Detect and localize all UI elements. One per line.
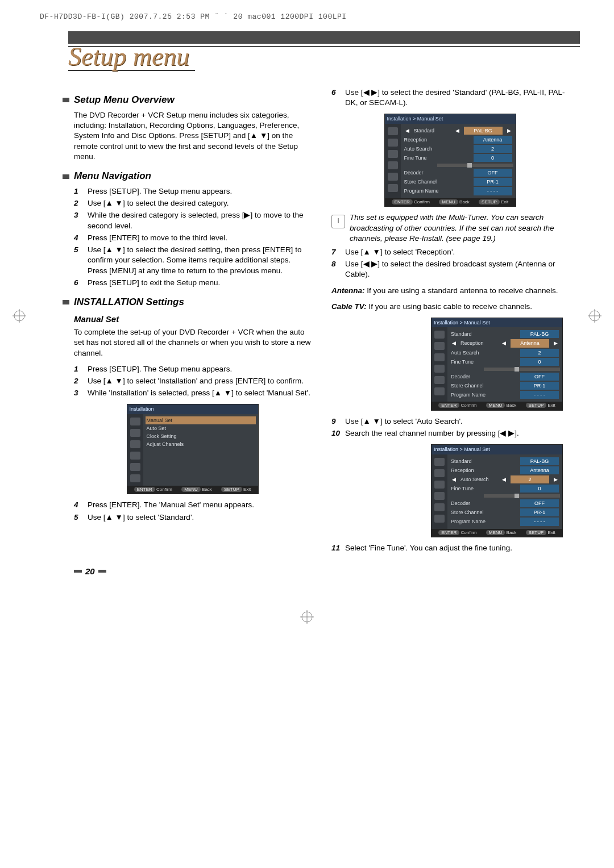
page-number: 20 <box>74 566 580 576</box>
crop-mark-left <box>13 309 26 323</box>
osd-manual-set-autosearch: Installation > Manual Set StandardPAL-BG… <box>431 444 563 537</box>
nav-steps: 1Press [SETUP]. The Setup menu appears.2… <box>74 186 311 288</box>
info-icon: i <box>331 215 345 228</box>
subheading-manual-set: Manual Set <box>74 314 311 325</box>
step-6: 6Use [◀ ▶] to select the desired 'Standa… <box>331 87 569 108</box>
osd-footer: ENTER Confirm MENU Back SETUP Exit <box>127 486 258 494</box>
left-column: Setup Menu Overview The DVD Recorder + V… <box>74 86 311 560</box>
crop-mark-bottom <box>300 610 314 624</box>
page-title: Setup menu <box>68 44 195 71</box>
install-steps-b: 4Press [ENTER]. The 'Manual Set' menu ap… <box>74 500 311 522</box>
heading-overview: Setup Menu Overview <box>74 94 311 107</box>
page: DF-H7DD3D-FB-I(GB) 2007.7.25 2:53 PM ˇ `… <box>0 0 614 868</box>
osd-installation-menu: Installation Manual SetAuto SetClock Set… <box>127 404 259 494</box>
osd-sidebar-icons <box>127 414 143 486</box>
content-columns: Setup Menu Overview The DVD Recorder + V… <box>74 86 569 560</box>
print-header: DF-H7DD3D-FB-I(GB) 2007.7.25 2:53 PM ˇ `… <box>40 12 580 21</box>
overview-para: The DVD Recorder + VCR Setup menu includ… <box>74 110 311 162</box>
banner: Setup menu <box>68 31 580 71</box>
info-note: i This set is equipped with the Multi-Tu… <box>331 212 569 244</box>
crop-mark-right <box>588 309 601 323</box>
install-para: To complete the set-up of your DVD Recor… <box>74 327 311 358</box>
heading-nav: Menu Navigation <box>74 170 311 183</box>
osd-list: Manual SetAuto SetClock SettingAdjust Ch… <box>143 414 258 486</box>
heading-install: INSTALLATION Settings <box>74 296 311 309</box>
osd-manual-set-reception: Installation > Manual Set StandardPAL-BG… <box>431 318 563 411</box>
right-column: 6Use [◀ ▶] to select the desired 'Standa… <box>331 86 569 560</box>
osd-breadcrumb: Installation <box>127 404 258 414</box>
osd-manual-set-standard: Installation > Manual Set ◀Standard◀PAL-… <box>384 114 516 207</box>
install-steps-a: 1Press [SETUP]. The Setup menu appears.2… <box>74 364 311 399</box>
